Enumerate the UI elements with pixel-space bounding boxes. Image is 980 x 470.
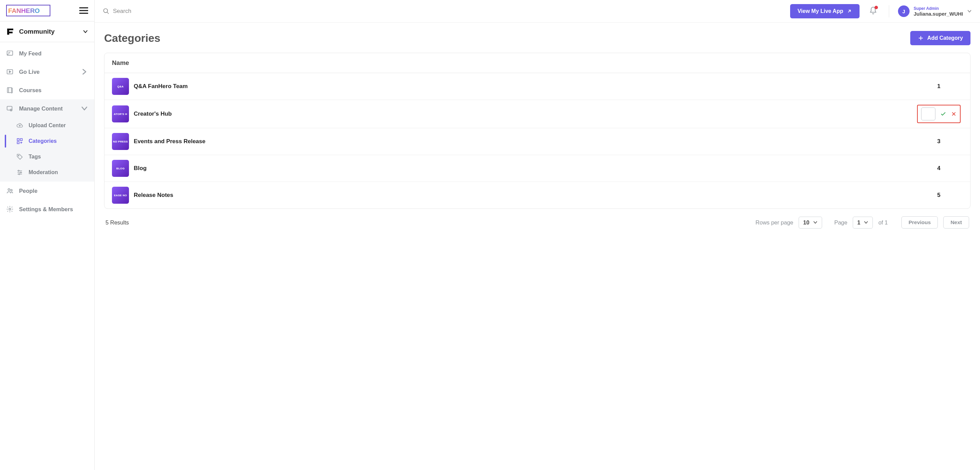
rows-per-page-value: 10 [803,219,809,226]
page-select[interactable]: 1 [853,217,873,229]
cancel-icon[interactable] [951,111,956,117]
sidebar-sub-moderation[interactable]: Moderation [0,165,94,180]
page-value: 1 [857,219,860,226]
table-row[interactable]: ND PRESS Events and Press Release 3 [105,128,970,155]
notifications-button[interactable] [866,6,880,16]
people-icon [6,187,14,195]
column-header-name: Name [105,53,970,73]
user-role: Super Admin [914,6,963,11]
sidebar-sub-categories[interactable]: Categories [0,133,94,149]
category-name: Blog [134,165,915,172]
tag-icon [16,153,23,160]
svg-rect-4 [7,106,12,110]
chevron-down-icon [83,29,88,34]
sidebar-item-manage-content[interactable]: Manage Content [0,99,94,118]
sidebar-item-label: My Feed [19,50,41,57]
category-count[interactable]: 1 [915,83,963,90]
sidebar-sub-label: Categories [29,138,57,144]
svg-point-11 [21,172,21,173]
svg-point-14 [11,189,12,191]
svg-point-12 [19,173,20,175]
table-row[interactable]: ATOR'S H Creator's Hub [105,100,970,128]
category-count[interactable]: 3 [915,138,963,145]
sidebar-sub-label: Upload Center [29,122,66,129]
categories-table: Name Q&A Q&A FanHero Team 1 ATOR'S H Cre… [104,53,970,209]
community-label: Community [19,28,55,35]
chevron-down-icon [81,105,88,112]
button-label: Add Category [927,35,963,41]
category-thumb: EASE NO [112,187,129,204]
count-input[interactable] [921,108,935,121]
sidebar-sub-label: Moderation [29,169,58,175]
user-menu[interactable]: J Super Admin Juliana.super_WUHI [898,5,972,17]
chevron-down-icon [864,220,869,225]
cloud-upload-icon [16,122,23,129]
svg-point-9 [18,155,19,156]
user-name: Juliana.super_WUHI [914,11,963,17]
notification-dot [875,6,878,9]
page-title: Categories [104,32,160,44]
sidebar-sub-label: Tags [29,154,41,160]
gear-icon [6,205,14,213]
chevron-down-icon [813,220,818,225]
rows-per-page-label: Rows per page [756,219,793,226]
sidebar-item-go-live[interactable]: Go Live [0,63,94,81]
table-row[interactable]: BLOG Blog 4 [105,155,970,182]
divider [889,5,889,17]
next-button[interactable]: Next [943,216,969,229]
category-name: Release Notes [134,192,915,198]
svg-text:FANHERO: FANHERO [8,7,40,14]
svg-point-10 [18,170,19,171]
svg-rect-3 [8,88,11,93]
box-gear-icon [6,105,14,112]
svg-point-15 [9,208,11,210]
rows-per-page-select[interactable]: 10 [799,217,822,229]
category-name: Creator's Hub [134,111,915,118]
avatar: J [898,5,910,17]
sliders-icon [16,169,23,176]
plus-icon [918,35,924,41]
sidebar-sub-upload-center[interactable]: Upload Center [0,118,94,133]
category-count-editing [915,105,963,123]
search-input[interactable]: Search [103,8,131,14]
sidebar-item-label: People [19,188,37,194]
menu-toggle-icon[interactable] [79,7,88,14]
count-edit-box [917,105,961,123]
category-thumb: ATOR'S H [112,105,129,122]
sidebar-item-my-feed[interactable]: My Feed [0,44,94,63]
sidebar-sub-tags[interactable]: Tags [0,149,94,165]
category-count[interactable]: 5 [915,192,963,198]
svg-rect-7 [21,139,22,141]
results-count: 5 Results [105,219,129,226]
community-selector[interactable]: Community [0,21,94,42]
category-name: Q&A FanHero Team [134,83,915,90]
chevron-right-icon [81,68,88,76]
svg-point-13 [8,189,10,191]
svg-rect-8 [18,142,19,144]
play-icon [6,68,14,76]
page-label: Page [834,219,848,226]
svg-rect-6 [18,139,19,141]
category-thumb: Q&A [112,78,129,95]
sidebar-item-label: Settings & Members [19,206,73,213]
confirm-icon[interactable] [940,111,946,117]
previous-button[interactable]: Previous [901,216,938,229]
table-row[interactable]: Q&A Q&A FanHero Team 1 [105,73,970,100]
category-count[interactable]: 4 [915,165,963,172]
sidebar-item-settings[interactable]: Settings & Members [0,200,94,218]
chevron-down-icon [967,9,972,14]
brand-logo: FANHERO [6,5,50,16]
sidebar-item-label: Manage Content [19,105,63,112]
table-row[interactable]: EASE NO Release Notes 5 [105,182,970,208]
search-placeholder: Search [113,8,131,14]
book-icon [6,86,14,94]
sidebar-item-courses[interactable]: Courses [0,81,94,99]
community-logo-icon [6,27,14,36]
sidebar-item-label: Courses [19,87,41,94]
sidebar-item-label: Go Live [19,69,40,75]
sidebar-item-people[interactable]: People [0,182,94,200]
search-icon [103,8,110,14]
page-of-label: of 1 [878,219,888,226]
view-live-app-button[interactable]: View My Live App [790,4,859,18]
add-category-button[interactable]: Add Category [910,31,970,45]
